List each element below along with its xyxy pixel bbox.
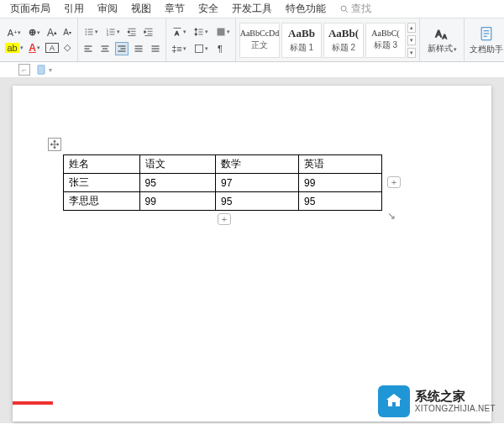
header-cell[interactable]: 数学 xyxy=(216,155,299,174)
svg-marker-16 xyxy=(128,30,129,33)
watermark-title: 系统之家 xyxy=(415,390,496,404)
watermark-logo xyxy=(378,385,410,417)
table-move-handle[interactable] xyxy=(48,138,61,151)
search-placeholder: 查找 xyxy=(351,2,371,16)
page-dropdown-icon[interactable]: ▾ xyxy=(49,66,52,74)
menu-security[interactable]: 安全 xyxy=(192,0,225,18)
svg-marker-60 xyxy=(54,147,56,149)
menu-developer[interactable]: 开发工具 xyxy=(225,0,279,18)
font-color-a-dropdown[interactable]: A▾ xyxy=(25,41,44,55)
bullet-list-dropdown[interactable]: ▾ xyxy=(81,25,100,39)
style-gallery: AaBbCcDd 正文 AaBb 标题 1 AaBb( 标题 2 AaBbC( … xyxy=(239,23,416,58)
style-heading1[interactable]: AaBb 标题 1 xyxy=(281,23,322,58)
distributed-align-icon[interactable] xyxy=(149,42,162,55)
svg-text:3: 3 xyxy=(106,33,108,36)
font-color-dropdown[interactable]: ⊕▾ xyxy=(25,26,44,39)
ribbon: A+▾ ⊕▾ A▴ A▾ ab▾ A▾ A ◇ ▾ 123▾ xyxy=(0,18,504,62)
line-spacing-top-dropdown[interactable]: A▾ xyxy=(170,25,188,39)
table-resize-handle[interactable]: ↘ xyxy=(387,210,396,222)
table-header-row[interactable]: 姓名 语文 数学 英语 xyxy=(64,155,382,174)
svg-rect-47 xyxy=(217,28,224,35)
style-heading3[interactable]: AaBbC( 标题 3 xyxy=(365,23,406,58)
svg-text:A: A xyxy=(436,29,443,39)
header-cell[interactable]: 英语 xyxy=(299,155,382,174)
new-style-icon: AA xyxy=(433,26,450,43)
search-icon xyxy=(339,4,349,14)
align-center-icon[interactable] xyxy=(98,42,112,55)
text-direction-dropdown[interactable]: ‡≡▾ xyxy=(170,42,188,55)
doc-assistant-button[interactable]: 文档助手 xyxy=(468,22,504,59)
menu-review[interactable]: 审阅 xyxy=(91,0,124,18)
shading-dropdown[interactable]: ▾ xyxy=(213,25,232,39)
table-cell[interactable]: 99 xyxy=(139,192,216,211)
svg-marker-61 xyxy=(50,144,52,146)
table-row[interactable]: 李思思 99 95 95 xyxy=(64,192,382,211)
table-cell[interactable]: 95 xyxy=(216,192,299,211)
svg-marker-59 xyxy=(54,140,56,142)
line-spacing-dropdown[interactable]: ▾ xyxy=(192,25,210,39)
svg-point-4 xyxy=(85,31,87,33)
menu-chapter[interactable]: 章节 xyxy=(158,0,192,18)
increase-indent-icon[interactable] xyxy=(142,25,155,39)
style-expand[interactable]: ▾ xyxy=(407,48,416,58)
menu-view[interactable]: 视图 xyxy=(124,0,158,18)
watermark-url: XITONGZHIJIA.NET xyxy=(415,404,496,413)
doc-assistant-group: 文档助手 xyxy=(465,18,504,61)
svg-rect-48 xyxy=(195,44,202,52)
svg-line-1 xyxy=(346,10,349,13)
table-cell[interactable]: 95 xyxy=(299,192,382,211)
svg-marker-21 xyxy=(144,30,146,33)
font-size-increase-dropdown[interactable]: A+▾ xyxy=(5,26,24,39)
table-row[interactable]: 张三 95 97 99 xyxy=(64,174,382,192)
align-justify-icon[interactable] xyxy=(132,42,145,55)
style-normal[interactable]: AaBbCcDd 正文 xyxy=(239,23,280,58)
add-row-button[interactable]: + xyxy=(218,213,231,225)
font-group: A+▾ ⊕▾ A▴ A▾ ab▾ A▾ A ◇ xyxy=(2,18,78,61)
page-icon xyxy=(35,64,47,76)
border-dropdown[interactable]: ▾ xyxy=(192,42,210,55)
svg-marker-42 xyxy=(194,28,197,29)
new-style-button[interactable]: AA 新样式▾ xyxy=(423,22,460,59)
red-underline-decoration xyxy=(13,401,53,405)
search-box[interactable]: 查找 xyxy=(339,2,371,16)
menu-page-layout[interactable]: 页面布局 xyxy=(3,0,57,18)
style-scroll-down[interactable]: ▾ xyxy=(407,35,416,45)
font-shrink-icon[interactable]: A▾ xyxy=(60,26,74,39)
menu-special[interactable]: 特色功能 xyxy=(279,0,333,18)
style-scrollbar: ▴ ▾ ▾ xyxy=(407,23,416,58)
add-column-button[interactable]: + xyxy=(387,176,401,188)
align-left-icon[interactable] xyxy=(81,42,95,55)
header-cell[interactable]: 姓名 xyxy=(64,155,140,174)
paragraph-extras-group: A▾ ▾ ▾ ‡≡▾ ▾ ¶ xyxy=(166,18,236,61)
table-cell[interactable]: 李思思 xyxy=(64,192,140,211)
styles-group: AaBbCcDd 正文 AaBb 标题 1 AaBb( 标题 2 AaBbC( … xyxy=(236,18,420,61)
style-heading2[interactable]: AaBb( 标题 2 xyxy=(323,23,364,58)
decrease-indent-icon[interactable] xyxy=(125,25,139,39)
document-area: 姓名 语文 数学 英语 张三 95 97 99 李思思 99 95 95 + +… xyxy=(0,77,504,423)
new-style-group: AA 新样式▾ xyxy=(420,18,465,61)
svg-marker-62 xyxy=(57,144,59,146)
header-cell[interactable]: 语文 xyxy=(139,155,216,174)
show-marks-icon[interactable]: ¶ xyxy=(213,42,227,55)
highlight-color-dropdown[interactable]: ab▾ xyxy=(5,41,24,55)
house-icon xyxy=(384,391,404,411)
clear-format-icon[interactable]: ◇ xyxy=(60,41,74,55)
numbered-list-dropdown[interactable]: 123▾ xyxy=(103,25,122,39)
font-grow-icon[interactable]: A▴ xyxy=(45,26,59,39)
page: 姓名 语文 数学 英语 张三 95 97 99 李思思 99 95 95 + +… xyxy=(13,86,491,421)
menu-bar: 页面布局 引用 审阅 视图 章节 安全 开发工具 特色功能 查找 xyxy=(0,0,504,18)
table-cell[interactable]: 张三 xyxy=(64,174,140,192)
table-cell[interactable]: 97 xyxy=(216,174,299,192)
data-table[interactable]: 姓名 语文 数学 英语 张三 95 97 99 李思思 99 95 95 xyxy=(63,154,382,211)
menu-references[interactable]: 引用 xyxy=(57,0,91,18)
svg-point-2 xyxy=(85,29,87,30)
svg-text:A: A xyxy=(175,29,179,36)
align-right-icon[interactable] xyxy=(115,42,129,55)
table-cell[interactable]: 95 xyxy=(139,174,216,192)
style-scroll-up[interactable]: ▴ xyxy=(407,23,416,33)
svg-point-0 xyxy=(341,6,346,11)
watermark: 系统之家 XITONGZHIJIA.NET xyxy=(378,385,496,417)
ruler-tab-indicator[interactable]: ⌐ xyxy=(18,64,30,76)
character-border-icon[interactable]: A xyxy=(45,43,59,53)
table-cell[interactable]: 99 xyxy=(299,174,382,192)
